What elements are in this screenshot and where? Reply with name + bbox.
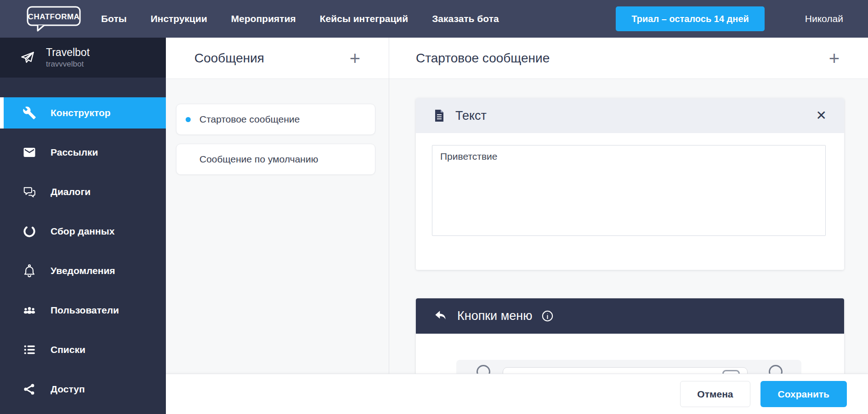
text-block-header: Текст ✕ (416, 98, 844, 133)
sidebar-item-dialogs[interactable]: Диалоги (0, 176, 166, 207)
menu-buttons-header: Кнопки меню (416, 298, 844, 334)
text-block-card: Текст ✕ Приветствие (416, 98, 844, 270)
sidebar-item-label: Пользователи (51, 305, 119, 316)
data-collection-icon (22, 224, 37, 239)
wrench-icon (22, 106, 37, 120)
menu-buttons-title: Кнопки меню (457, 309, 532, 323)
sidebar-item-label: Сбор данных (51, 226, 114, 237)
sidebar-item-access[interactable]: Доступ (0, 374, 166, 405)
bell-icon (22, 263, 37, 278)
paper-plane-icon (20, 50, 35, 65)
topnav-menu: Боты Инструкции Мероприятия Кейсы интегр… (101, 13, 499, 24)
sidebar-menu: Конструктор Рассылки Диалоги (0, 97, 166, 405)
messages-panel-header: Сообщения + (166, 38, 389, 79)
sidebar-item-lists[interactable]: Списки (0, 334, 166, 365)
share-icon (22, 382, 37, 397)
user-menu[interactable]: Николай (805, 13, 843, 24)
document-icon (434, 109, 444, 122)
messages-panel-title: Сообщения (194, 51, 264, 66)
message-item-label: Стартовое сообщение (199, 114, 300, 125)
sidebar-item-constructor[interactable]: Конструктор (0, 97, 166, 129)
bot-username: travvvelbot (46, 60, 90, 69)
sidebar-item-label: Конструктор (51, 107, 111, 118)
sidebar: Travelbot travvvelbot Конструктор (0, 38, 166, 414)
messages-list: Стартовое сообщение Сообщение по умолчан… (166, 79, 389, 175)
message-list-item-start[interactable]: Стартовое сообщение (176, 104, 375, 135)
app-screen: CHATFORMA Боты Инструкции Мероприятия Ке… (0, 0, 868, 414)
messages-panel: Сообщения + Стартовое сообщение Сообщени… (166, 38, 389, 414)
sidebar-item-broadcasts[interactable]: Рассылки (0, 137, 166, 168)
nav-item-events[interactable]: Мероприятия (231, 13, 296, 24)
bot-selector[interactable]: Travelbot travvvelbot (0, 38, 166, 78)
message-item-label: Сообщение по умолчанию (199, 154, 318, 165)
nav-item-instructions[interactable]: Инструкции (151, 13, 207, 24)
sidebar-item-label: Рассылки (51, 147, 98, 158)
envelope-icon (22, 145, 37, 160)
sidebar-item-label: Диалоги (51, 186, 91, 197)
sidebar-item-data-collection[interactable]: Сбор данных (0, 216, 166, 247)
top-navigation-bar: CHATFORMA Боты Инструкции Мероприятия Ке… (0, 0, 868, 38)
message-editor-panel: Стартовое сообщение + Текс (389, 38, 868, 414)
chat-bubbles-icon (22, 185, 37, 199)
nav-item-order-bot[interactable]: Заказать бота (432, 13, 499, 24)
save-button[interactable]: Сохранить (760, 381, 847, 407)
text-block-body: Приветствие (416, 133, 844, 270)
bot-info: Travelbot travvvelbot (46, 46, 90, 69)
sidebar-item-label: Уведомления (51, 265, 115, 276)
cancel-button[interactable]: Отмена (680, 381, 750, 407)
sidebar-item-label: Доступ (51, 384, 85, 395)
chatforma-logo[interactable]: CHATFORMA (27, 6, 81, 32)
editor-content: Текст ✕ Приветствие Кнопки меню (389, 79, 868, 414)
editor-title: Стартовое сообщение (416, 51, 550, 66)
active-message-dot (186, 117, 191, 122)
nav-item-integration-cases[interactable]: Кейсы интеграций (320, 13, 408, 24)
reply-arrow-icon (434, 310, 447, 322)
close-icon[interactable]: ✕ (816, 109, 827, 122)
chatforma-logo-icon: CHATFORMA (27, 6, 81, 32)
logo-text: CHATFORMA (28, 12, 80, 21)
sidebar-item-users[interactable]: Пользователи (0, 295, 166, 326)
nav-item-bots[interactable]: Боты (101, 13, 127, 24)
sidebar-item-notifications[interactable]: Уведомления (0, 255, 166, 286)
bot-name: Travelbot (46, 46, 90, 59)
footer-action-bar: Отмена Сохранить (166, 374, 868, 414)
list-icon (22, 342, 37, 357)
add-block-button[interactable]: + (829, 49, 840, 67)
text-block-title: Текст (455, 109, 487, 123)
trial-button[interactable]: Триал – осталось 14 дней (616, 6, 764, 31)
sidebar-item-label: Списки (51, 344, 85, 355)
message-text-input[interactable]: Приветствие (432, 145, 826, 236)
info-icon[interactable] (541, 310, 554, 322)
editor-header: Стартовое сообщение + (389, 38, 868, 79)
users-icon (22, 303, 37, 318)
message-list-item-default[interactable]: Сообщение по умолчанию (176, 144, 375, 175)
add-message-button[interactable]: + (350, 49, 360, 67)
